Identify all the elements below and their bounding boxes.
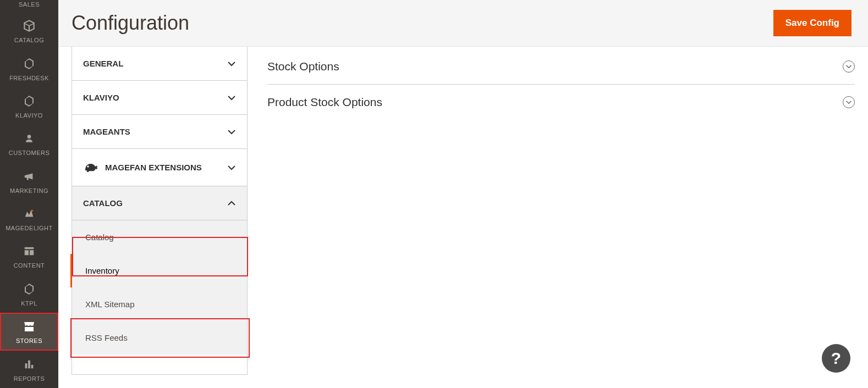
config-section-magefan[interactable]: MAGEFAN EXTENSIONS [72,148,247,186]
config-section-label: MAGEFAN EXTENSIONS [83,161,202,174]
bullhorn-icon [21,169,37,184]
nav-label: CATALOG [14,37,44,43]
nav-item-marketing[interactable]: MARKETING [0,162,58,199]
layout-icon [21,243,37,259]
expand-down-icon [843,60,855,73]
hexagon-icon [21,56,37,71]
chevron-down-icon [227,93,236,102]
store-icon [21,319,37,334]
section-title: Product Stock Options [267,96,382,109]
chart-icon [21,357,37,372]
config-section-label: GENERAL [83,59,123,68]
nav-item-klaviyo[interactable]: KLAVIYO [0,87,58,125]
config-section-klaviyo[interactable]: KLAVIYO [72,80,247,114]
config-section-label: KLAVIYO [83,93,119,102]
svg-point-0 [31,210,34,212]
box-icon [21,18,37,34]
page-header: Configuration Save Config [58,0,868,47]
nav-label: MAGEDELIGHT [6,225,53,231]
chevron-down-icon [227,59,236,68]
help-button[interactable]: ? [822,344,850,373]
nav-item-sales[interactable]: SALES [0,0,58,12]
page: Configuration Save Config GENERAL KLAVIY… [58,0,868,388]
admin-sidebar: SALES CATALOG FRESHDESK KLAVIYO CUSTOMER… [0,0,58,388]
page-title: Configuration [72,12,189,35]
nav-label: KLAVIYO [15,112,43,119]
nav-label: CUSTOMERS [9,149,50,156]
config-sidebar: GENERAL KLAVIYO MAGEANTS MAGEFAN EXTENSI… [72,47,248,375]
nav-label: FRESHDESK [9,75,49,81]
magedelight-icon [21,206,37,221]
section-stock-options[interactable]: Stock Options [267,56,855,85]
section-title: Stock Options [267,60,339,73]
config-section-general[interactable]: GENERAL [72,47,247,80]
nav-item-customers[interactable]: CUSTOMERS [0,125,58,162]
config-subitem-inventory[interactable]: Inventory [70,254,247,287]
nav-item-ktpl[interactable]: KTPL [0,275,58,313]
nav-label: SALES [19,1,40,8]
nav-label: CONTENT [14,262,45,269]
config-section-label: CATALOG [83,198,123,208]
elephant-icon [83,161,98,174]
config-section-mageants[interactable]: MAGEANTS [72,114,247,148]
save-config-button[interactable]: Save Config [773,10,851,36]
person-icon [21,131,37,146]
nav-label: MARKETING [10,187,48,194]
config-section-catalog[interactable]: CATALOG [72,186,247,220]
chevron-down-icon [227,163,236,172]
hexagon-icon [21,93,37,109]
nav-label: KTPL [21,300,37,307]
expand-down-icon [843,96,855,108]
nav-item-reports[interactable]: REPORTS [0,351,58,388]
config-section-catalog-children: Catalog Inventory XML Sitemap RSS Feeds [72,220,247,354]
nav-item-freshdesk[interactable]: FRESHDESK [0,49,58,87]
config-subitem-rss-feeds[interactable]: RSS Feeds [72,321,247,354]
config-subitem-xml-sitemap[interactable]: XML Sitemap [72,287,247,321]
nav-label: STORES [16,337,42,344]
config-content: Stock Options Product Stock Options [267,47,855,375]
chevron-down-icon [227,128,236,136]
page-body: GENERAL KLAVIYO MAGEANTS MAGEFAN EXTENSI… [58,47,868,388]
nav-label: REPORTS [14,375,45,382]
nav-item-catalog[interactable]: CATALOG [0,12,58,49]
nav-item-magedelight[interactable]: MAGEDELIGHT [0,200,58,237]
chevron-up-icon [227,199,236,208]
section-product-stock-options[interactable]: Product Stock Options [267,85,855,120]
nav-item-stores[interactable]: STORES [0,313,58,351]
config-section-label: MAGEANTS [83,127,130,136]
hexagon-icon [21,281,37,297]
nav-item-content[interactable]: CONTENT [0,237,58,275]
config-subitem-catalog[interactable]: Catalog [72,220,247,254]
